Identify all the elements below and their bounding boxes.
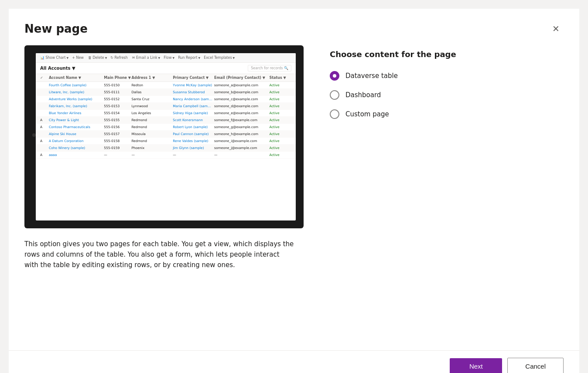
preview-container: 📊 Show Chart + New 🗑 Delete ↻ Refresh ✉ … (24, 45, 304, 228)
col-account-name: Account Name ▼ (49, 76, 104, 80)
table-row: Fabrikam, Inc. (sample) 555-0153 Lynnwoo… (36, 103, 296, 110)
table-row: Alpine Ski House 555-0157 Missoula Paul … (36, 131, 296, 138)
toolbar-show-chart: 📊 Show Chart (40, 56, 68, 60)
preview-toolbar: 📊 Show Chart + New 🗑 Delete ↻ Refresh ✉ … (36, 53, 296, 63)
radio-dataverse[interactable] (330, 71, 339, 81)
next-button[interactable]: Next (450, 358, 502, 373)
left-panel: 📊 Show Chart + New 🗑 Delete ↻ Refresh ✉ … (24, 45, 304, 342)
preview-table-body: Fourth Coffee (sample) 555-0150 Redton Y… (36, 82, 296, 159)
toolbar-email: ✉ Email a Link (132, 56, 160, 60)
option-custom[interactable]: Custom page (330, 109, 564, 119)
radio-custom[interactable] (330, 109, 339, 119)
option-dataverse[interactable]: Dataverse table (330, 71, 564, 81)
content-options-group: Dataverse table Dashboard Custom page (330, 71, 564, 119)
close-button[interactable]: ✕ (548, 21, 564, 37)
table-row: Adventure Works (sample) 555-0152 Santa … (36, 96, 296, 103)
preview-column-headers: ✓ Account Name ▼ Main Phone ▼ Address 1 … (36, 74, 296, 82)
preview-table: ✓ Account Name ▼ Main Phone ▼ Address 1 … (36, 74, 296, 220)
camera-dot (32, 133, 36, 137)
table-row: A A Datum Corporation 555-0158 Redmond R… (36, 138, 296, 145)
table-row: A City Power & Light 555-0155 Redmond Sc… (36, 117, 296, 124)
table-row: Blue Yonder Airlines 555-0154 Los Angele… (36, 110, 296, 117)
col-main-phone: Main Phone ▼ (104, 76, 131, 80)
toolbar-excel: Excel Templates (204, 56, 235, 60)
preview-header-row: All Accounts ▼ Search for records 🔍 (36, 63, 296, 74)
col-check: ✓ (40, 76, 49, 80)
toolbar-new: + New (72, 56, 85, 60)
dialog-header: New page ✕ (9, 9, 579, 45)
preview-search: Search for records 🔍 (248, 65, 291, 71)
close-icon: ✕ (552, 24, 560, 34)
cancel-button[interactable]: Cancel (507, 358, 564, 373)
right-panel: Choose content for the page Dataverse ta… (330, 45, 564, 342)
preview-inner: 📊 Show Chart + New 🗑 Delete ↻ Refresh ✉ … (36, 53, 296, 220)
choose-content-title: Choose content for the page (330, 50, 564, 59)
dialog-body: 📊 Show Chart + New 🗑 Delete ↻ Refresh ✉ … (9, 45, 579, 350)
toolbar-run-report: Run Report (178, 56, 200, 60)
preview-table-title: All Accounts ▼ (40, 66, 75, 71)
label-custom: Custom page (345, 110, 389, 118)
col-primary-contact: Primary Contact ▼ (173, 76, 214, 80)
col-email: Email (Primary Contact) ▼ (214, 76, 269, 80)
table-row: Coho Winery (sample) 555-0159 Phoenix Ji… (36, 145, 296, 152)
label-dashboard: Dashboard (345, 91, 381, 99)
toolbar-delete: 🗑 Delete (88, 56, 107, 60)
new-page-dialog: New page ✕ 📊 Show Chart + New 🗑 Delete ↻… (9, 9, 579, 373)
table-row: A aaaa — — — — Active (36, 152, 296, 159)
dialog-title: New page (24, 22, 88, 35)
col-status: Status ▼ (269, 76, 291, 80)
option-dashboard[interactable]: Dashboard (330, 90, 564, 100)
toolbar-flow: Flow (164, 56, 174, 60)
dialog-footer: Next Cancel (9, 350, 579, 373)
table-row: Fourth Coffee (sample) 555-0150 Redton Y… (36, 82, 296, 89)
description-text: This option gives you two pages for each… (24, 239, 295, 270)
table-row: Litware, Inc. (sample) 555-0111 Dallas S… (36, 89, 296, 96)
label-dataverse: Dataverse table (345, 72, 398, 80)
toolbar-refresh: ↻ Refresh (110, 56, 128, 60)
col-address: Address 1 ▼ (131, 76, 173, 80)
table-row: A Contoso Pharmaceuticals 555-0156 Redmo… (36, 124, 296, 131)
radio-dashboard[interactable] (330, 90, 339, 100)
